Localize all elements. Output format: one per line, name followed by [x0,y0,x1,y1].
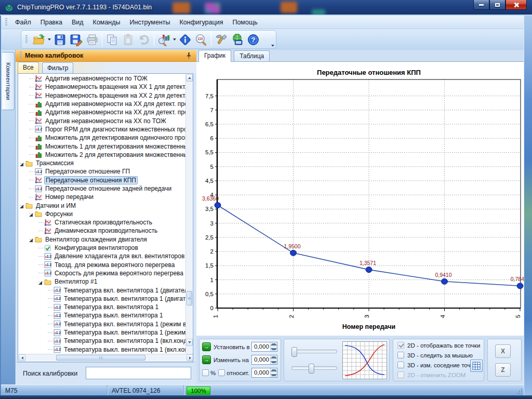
tree-item[interactable]: Множитель 1 для детектирования множестве… [18,142,185,150]
tree-item[interactable]: Множитель для детектирования одиночного … [18,134,185,142]
chart-zoom-icon[interactable] [156,32,172,47]
checkbox-2d-отменить-zoom[interactable] [397,371,404,378]
misc-value[interactable]: 0,000 [252,368,270,377]
close-button[interactable] [506,0,527,10]
tree-item[interactable]: Множитель 2 для детектирования множестве… [18,151,185,159]
maximize-button[interactable] [489,0,506,10]
axis-button-x[interactable]: X [495,344,511,358]
sidebar-tab-Фильтр[interactable]: Фильтр [42,62,73,73]
menu-Помощь[interactable]: Помощь [228,17,262,28]
save-as-icon[interactable] [68,32,84,47]
curve-preview-thumbnail[interactable] [342,341,387,379]
open-dropdown-icon[interactable] [47,32,52,47]
tools-icon[interactable] [213,32,229,47]
grid-select-button[interactable] [470,360,483,372]
copy-icon[interactable] [104,32,120,47]
spin-up-icon[interactable] [271,355,277,360]
chart-zoom-dropdown-icon[interactable] [172,32,177,47]
tree-item[interactable]: =1.2Скорость для режима вероятного перег… [18,269,185,277]
spin-up-icon[interactable] [271,342,277,347]
tree-item[interactable]: =1.2Температура выкл. вентилятора 1 (вкл… [18,345,185,354]
horizontal-scroll-thumb[interactable] [56,355,145,361]
tab-График[interactable]: График [198,50,231,62]
help-icon[interactable]: ? [245,32,261,47]
set-value[interactable]: 0,000 [252,342,270,351]
undo-icon[interactable] [136,32,152,47]
tree-item[interactable]: Неравномерность вращения на ХХ 2 для дет… [18,91,185,100]
tree-item[interactable]: Аддитив неравномерности на ХХ для детект… [18,100,185,108]
misc-value-spinbox[interactable]: 0,000 [251,368,277,378]
title-bar[interactable]: ChipTuningPRO ver.7.7.1.1193 - I574DA01.… [0,0,532,16]
toolbar-overflow-icon[interactable] [271,45,274,47]
tree-item[interactable]: Конфигурация вентиляторов [18,244,185,252]
tree-item[interactable]: Номер передачи [18,193,185,201]
tree-item-selected[interactable]: Передаточные отношения КПП [18,176,185,184]
spin-down-icon[interactable] [271,373,277,378]
slider-2-thumb[interactable] [309,364,314,374]
tree-item[interactable]: =1.2Температура вкл. вентилятора 1 [18,303,185,311]
menu-Правка[interactable]: Правка [36,17,67,28]
tree-item[interactable]: Аддитив неравномерности по ТОЖ [18,74,185,83]
tree-vertical-scrollbar[interactable] [185,74,192,354]
sidebar-tab-Все[interactable]: Все [18,62,39,73]
tab-comments[interactable]: Комментарии [2,52,15,110]
tree-horizontal-scrollbar[interactable] [19,354,193,361]
tree-item[interactable]: =1.2Температура вкл. вентилятора 1 (двиг… [18,286,185,294]
apply-set-button[interactable]: → [202,342,211,351]
set-value-spinbox[interactable]: 0,000 [251,342,277,352]
network-icon[interactable] [229,32,245,47]
minimize-button[interactable] [473,0,489,10]
vertical-scroll-thumb[interactable] [187,291,192,305]
slider-1-thumb[interactable] [291,347,297,357]
print-icon[interactable] [84,32,100,47]
tree-item[interactable]: =1.2Температура выкл. вентилятора 1 (дви… [18,295,185,303]
slider-1[interactable] [291,350,337,353]
menu-Команды[interactable]: Команды [88,17,125,28]
zoom-110-icon[interactable]: 110 [193,32,209,47]
checkbox-3d-изм-соседние-точки[interactable] [397,362,404,368]
apply-change-button[interactable]: → [202,355,211,364]
tree-item[interactable]: Вентилятор #1 [18,277,185,286]
relative-checkbox[interactable] [218,369,225,376]
scroll-down-button[interactable] [186,339,193,346]
tree-item[interactable]: Трансмиссия [18,159,185,167]
scroll-left-button[interactable] [19,354,25,361]
checkbox-3d-следить-за-мышью[interactable] [397,352,404,358]
search-input[interactable] [86,367,191,379]
tree-item[interactable]: Статическая производительность [18,218,185,227]
change-value-spinbox[interactable]: 0,000 [251,355,277,365]
checkbox-2d-отображать-все-точки[interactable] [397,342,404,349]
scroll-right-button[interactable] [187,354,193,361]
tree-item[interactable]: =1.2Порог RPM для диагностики множествен… [18,125,185,134]
save-icon[interactable] [52,32,68,47]
spin-down-icon[interactable] [271,347,277,352]
tree-item[interactable]: Форсунки [18,210,185,218]
pin-icon[interactable] [185,52,192,59]
resize-grip[interactable] [516,388,523,394]
spin-up-icon[interactable] [271,368,277,373]
menu-Файл[interactable]: Файл [10,17,36,28]
tree-item[interactable]: Динамическая производительность [18,227,185,235]
tree-item[interactable]: =1.2Передаточное отношение задней переда… [18,184,185,193]
tree-item[interactable]: =1.2Давление хладагента для вкл. вентиля… [18,252,185,260]
tree-item[interactable]: Аддитив неравномерности на ХХ для детект… [18,108,185,116]
spin-down-icon[interactable] [271,360,277,365]
menu-Вид[interactable]: Вид [67,17,88,28]
tree-item[interactable]: =1.2Твозд. для режима вероятного перегре… [18,261,185,269]
tree-item[interactable]: Вентилятор охлаждения двигателя [18,235,185,244]
slider-2[interactable] [291,366,337,370]
tree-item[interactable]: =1.2Температура выкл. вентилятора 1 (реж… [18,328,185,337]
tree-item[interactable]: =1.2Передаточное отношение ГП [18,167,185,176]
percent-checkbox[interactable] [202,369,209,376]
gear-ratio-chart[interactable]: Передаточные отношения КПП00,511,522,533… [196,62,524,336]
change-value[interactable]: 0,000 [252,355,270,364]
menu-Конфигурация[interactable]: Конфигурация [175,17,228,28]
menu-Инструменты[interactable]: Инструменты [125,17,175,28]
tree-item[interactable]: Датчики и ИМ [18,201,185,209]
tree-item[interactable]: Неравномерность вращения на ХХ 1 для дет… [18,83,185,91]
scroll-up-button[interactable] [186,74,193,82]
tree-item[interactable]: =1.2Температура вкл. вентилятора 1 (вкл.… [18,337,185,345]
tree-item[interactable]: Аддитив неравномерности на ХХ по ТОЖ [18,116,185,125]
open-icon[interactable] [31,32,47,47]
axis-button-z[interactable]: Z [495,363,511,377]
